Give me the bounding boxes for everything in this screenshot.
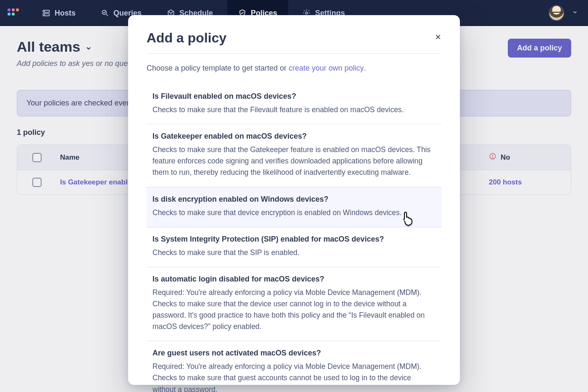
modal-intro-pre: Choose a policy template to get started … — [147, 64, 289, 72]
svg-point-5 — [306, 12, 308, 14]
modal-intro: Choose a policy template to get started … — [147, 64, 441, 73]
template-title: Is Filevault enabled on macOS devices? — [152, 92, 436, 101]
template-list: Is Filevault enabled on macOS devices?Ch… — [147, 84, 441, 392]
template-description: Checks to make sure that the SIP is enab… — [152, 247, 436, 258]
nav-hosts[interactable]: Hosts — [31, 0, 87, 26]
svg-point-7 — [492, 158, 493, 158]
template-title: Are guest users not activated macOS devi… — [152, 349, 436, 358]
policy-template[interactable]: Is automatic login disabled for macOS de… — [147, 267, 441, 342]
policy-template[interactable]: Is Gatekeeper enabled on macOS devices?C… — [147, 124, 441, 187]
no-hosts-link[interactable]: 200 hosts — [489, 178, 522, 187]
col-no-label: No — [501, 153, 510, 162]
select-all-checkbox[interactable] — [32, 153, 42, 162]
template-description: Checks to make sure that the Gatekeeper … — [152, 144, 436, 178]
template-description: Checks to make sure that device encrypti… — [152, 207, 436, 218]
chevron-down-icon — [85, 45, 92, 52]
nav-label: Hosts — [55, 9, 76, 18]
template-title: Is System Integrity Protection (SIP) ena… — [152, 235, 436, 244]
create-own-link[interactable]: create your own policy — [289, 64, 364, 72]
close-icon[interactable] — [435, 34, 441, 42]
add-policy-modal: Add a policy Choose a policy template to… — [128, 15, 460, 385]
template-title: Is automatic login disabled for macOS de… — [152, 275, 436, 284]
team-selector-label: All teams — [17, 39, 80, 55]
server-icon — [42, 9, 50, 17]
svg-point-2 — [44, 11, 45, 11]
alert-circle-icon — [489, 153, 496, 162]
template-description: Required: You're already enforcing a pol… — [152, 361, 436, 392]
template-description: Required: You're already enforcing a pol… — [152, 287, 436, 333]
chevron-down-icon[interactable] — [572, 9, 578, 17]
policy-template[interactable]: Is Filevault enabled on macOS devices?Ch… — [147, 84, 441, 124]
search-check-icon — [101, 9, 109, 17]
col-no: No — [489, 153, 571, 162]
modal-intro-post: . — [364, 64, 366, 72]
modal-title: Add a policy — [147, 30, 226, 46]
svg-point-3 — [44, 15, 45, 15]
row-checkbox[interactable] — [32, 178, 42, 187]
policy-template[interactable]: Is System Integrity Protection (SIP) ena… — [147, 227, 441, 267]
avatar[interactable] — [549, 5, 564, 21]
app-logo — [8, 7, 20, 19]
template-title: Is disk encryption enabled on Windows de… — [152, 195, 436, 204]
policy-template[interactable]: Is disk encryption enabled on Windows de… — [147, 187, 441, 227]
template-title: Is Gatekeeper enabled on macOS devices? — [152, 132, 436, 141]
template-description: Checks to make sure that the Filevault f… — [152, 104, 436, 116]
policy-template[interactable]: Are guest users not activated macOS devi… — [147, 341, 441, 392]
add-policy-button[interactable]: Add a policy — [508, 39, 571, 58]
